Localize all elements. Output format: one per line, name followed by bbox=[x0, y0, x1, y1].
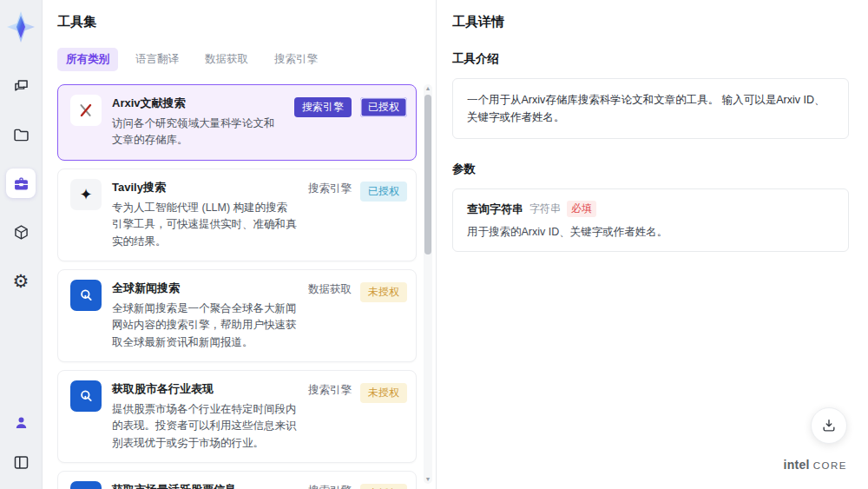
panel-toggle-icon[interactable] bbox=[6, 447, 36, 477]
intro-text: 一个用于从Arxiv存储库搜索科学论文和文章的工具。 输入可以是Arxiv ID… bbox=[452, 78, 849, 139]
tool-description: 专为人工智能代理 (LLM) 构建的搜索引擎工具，可快速提供实时、准确和真实的结… bbox=[112, 200, 298, 250]
tool-name: Arxiv文献搜索 bbox=[112, 96, 284, 111]
parameter-description: 用于搜索的Arxiv ID、关键字或作者姓名。 bbox=[467, 225, 834, 240]
tool-card[interactable]: 全球新闻搜索 全球新闻搜索是一个聚合全球各大新闻网站内容的搜索引擎，帮助用户快速… bbox=[57, 269, 417, 362]
folder-icon[interactable] bbox=[6, 120, 36, 149]
tab-category-1[interactable]: 语言翻译 bbox=[127, 48, 187, 71]
main-area: 工具集 所有类别语言翻译数据获取搜索引擎 Arxiv文献搜索 访问各个研究领域大… bbox=[42, 0, 868, 489]
tool-status-badge: 已授权 bbox=[360, 97, 407, 117]
download-button[interactable] bbox=[811, 407, 847, 444]
tool-category-badge: 搜索引擎 bbox=[308, 484, 352, 489]
parameter-card: 查询字符串 字符串 必填 用于搜索的Arxiv ID、关键字或作者姓名。 bbox=[452, 188, 849, 252]
tools-list: Arxiv文献搜索 访问各个研究领域大量科学论文和文章的存储库。 搜索引擎 已授… bbox=[57, 84, 436, 489]
tool-category-badge: 搜索引擎 bbox=[308, 182, 352, 196]
tab-category-0[interactable]: 所有类别 bbox=[57, 48, 118, 71]
tab-category-2[interactable]: 数据获取 bbox=[196, 48, 257, 71]
page-title: 工具集 bbox=[57, 14, 436, 30]
tool-description: 全球新闻搜索是一个聚合全球各大新闻网站内容的搜索引擎，帮助用户快速获取全球最新资… bbox=[112, 301, 298, 351]
tab-category-3[interactable]: 搜索引擎 bbox=[266, 48, 326, 71]
tool-card[interactable]: 获取股市各行业表现 提供股票市场各个行业在特定时间段内的表现。投资者可以利用这些… bbox=[57, 370, 417, 463]
tool-name: 获取市场最活跃股票信息 bbox=[112, 482, 298, 489]
params-heading: 参数 bbox=[452, 162, 849, 177]
category-tabs: 所有类别语言翻译数据获取搜索引擎 bbox=[57, 48, 436, 71]
intro-heading: 工具介绍 bbox=[452, 51, 849, 67]
gear-icon[interactable]: ⚙ bbox=[6, 266, 36, 295]
parameter-required-badge: 必填 bbox=[567, 201, 596, 217]
detail-title: 工具详情 bbox=[452, 14, 849, 30]
user-icon[interactable] bbox=[6, 407, 36, 437]
app-logo-icon bbox=[6, 10, 36, 43]
tool-name: 获取股市各行业表现 bbox=[112, 381, 298, 397]
download-icon bbox=[820, 417, 838, 434]
tavily-star-icon: ✦ bbox=[70, 179, 102, 210]
tool-category-badge: 搜索引擎 bbox=[308, 383, 352, 398]
tool-card[interactable]: Arxiv文献搜索 访问各个研究领域大量科学论文和文章的存储库。 搜索引擎 已授… bbox=[57, 84, 417, 161]
tool-detail-pane: 工具详情 工具介绍 一个用于从Arxiv存储库搜索科学论文和文章的工具。 输入可… bbox=[437, 0, 868, 489]
tool-status-badge: 已授权 bbox=[360, 182, 407, 202]
tool-status-badge: 未授权 bbox=[360, 484, 407, 489]
watermark-product: CORE bbox=[813, 460, 847, 471]
news-search-icon bbox=[70, 280, 102, 311]
tool-name: 全球新闻搜索 bbox=[112, 281, 298, 296]
tool-category-badge: 数据获取 bbox=[308, 282, 352, 297]
watermark-brand: intel bbox=[783, 458, 809, 472]
tool-status-badge: 未授权 bbox=[360, 282, 407, 302]
scrollbar-thumb[interactable] bbox=[424, 95, 431, 254]
toolbox-icon[interactable] bbox=[6, 169, 36, 198]
scrollbar-up-icon[interactable]: ▲ bbox=[424, 84, 432, 93]
package-icon[interactable] bbox=[6, 217, 36, 247]
tool-description: 访问各个研究领域大量科学论文和文章的存储库。 bbox=[112, 116, 284, 149]
left-rail: ⚙ bbox=[0, 0, 42, 489]
tool-card[interactable]: 获取市场最活跃股票信息 提供当天交易量最高的股票列表，投资者可以利用这些信息来识… bbox=[57, 471, 417, 489]
intel-core-watermark: intel CORE bbox=[783, 458, 847, 472]
news-search-icon bbox=[70, 481, 102, 489]
parameter-name: 查询字符串 bbox=[467, 202, 523, 217]
tool-card[interactable]: ✦ Tavily搜索 专为人工智能代理 (LLM) 构建的搜索引擎工具，可快速提… bbox=[57, 169, 417, 261]
scrollbar-down-icon[interactable]: ▼ bbox=[424, 475, 432, 484]
tool-category-badge: 搜索引擎 bbox=[294, 97, 352, 117]
list-scrollbar[interactable]: ▲ ▼ bbox=[424, 84, 432, 484]
news-search-icon bbox=[70, 380, 102, 412]
tool-status-badge: 未授权 bbox=[360, 383, 407, 403]
tool-name: Tavily搜索 bbox=[112, 180, 298, 195]
tools-list-pane: 工具集 所有类别语言翻译数据获取搜索引擎 Arxiv文献搜索 访问各个研究领域大… bbox=[43, 0, 437, 489]
tool-description: 提供股票市场各个行业在特定时间段内的表现。投资者可以利用这些信息来识别表现优于或… bbox=[112, 401, 298, 452]
arxiv-icon bbox=[70, 95, 102, 126]
chat-icon[interactable] bbox=[6, 71, 36, 101]
parameter-type: 字符串 bbox=[529, 202, 561, 216]
